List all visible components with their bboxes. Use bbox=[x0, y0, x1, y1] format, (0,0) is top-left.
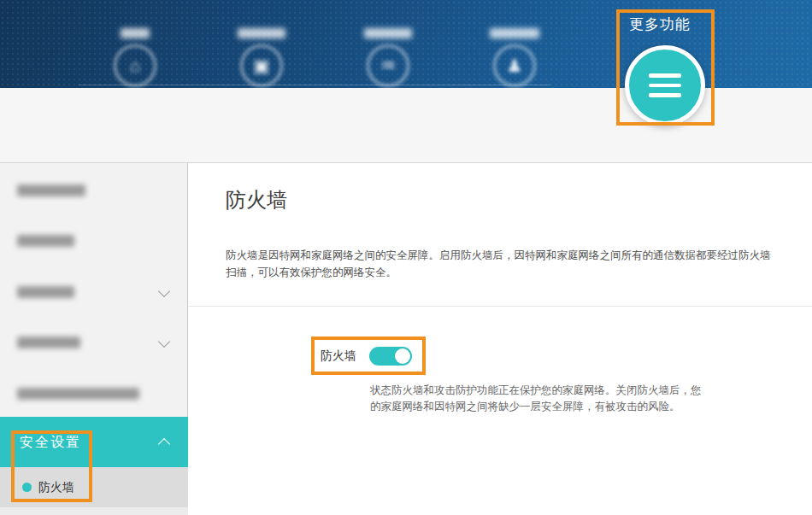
network-user-icon: ♟ bbox=[493, 44, 536, 87]
sidebar-item-security-settings[interactable]: 安全设置 bbox=[0, 417, 188, 467]
hamburger-icon bbox=[649, 73, 681, 78]
bullet-dot-icon bbox=[22, 483, 32, 492]
sidebar-item-firewall[interactable]: 防火墙 bbox=[0, 467, 188, 507]
nav-item-wifi[interactable]: ♒ bbox=[337, 28, 439, 87]
nav-label-redacted bbox=[490, 28, 539, 38]
page-description: 防火墙是因特网和家庭网络之间的安全屏障。启用防火墙后，因特网和家庭网络之间所有的… bbox=[226, 247, 780, 281]
content-area: 安全设置 防火墙 防火墙 防火墙是因特网和家庭网络之间的安全屏障。启用防火墙后，… bbox=[0, 162, 812, 515]
toggle-knob bbox=[395, 348, 410, 364]
router-icon: ▣ bbox=[240, 44, 283, 87]
more-features-label: 更多功能 bbox=[629, 15, 691, 34]
nav-label-redacted bbox=[238, 28, 285, 38]
sidebar-subitem-label: 防火墙 bbox=[38, 467, 74, 507]
sidebar-item-redacted-2[interactable] bbox=[0, 229, 188, 253]
page-title: 防火墙 bbox=[226, 186, 287, 214]
nav-item-home[interactable]: ⌂ bbox=[84, 28, 186, 87]
chevron-down-icon bbox=[158, 285, 170, 297]
sidebar-item-redacted-5[interactable] bbox=[0, 382, 188, 406]
nav-item-network[interactable]: ♟ bbox=[463, 28, 566, 87]
more-features-button[interactable] bbox=[625, 45, 705, 126]
chevron-down-icon bbox=[158, 336, 170, 348]
router-admin-page: ⌂ ▣ ♒ ♟ 更多功能 bbox=[0, 0, 812, 515]
nav-label-redacted bbox=[121, 28, 150, 38]
sidebar: 安全设置 防火墙 bbox=[0, 163, 188, 515]
nav-label-redacted bbox=[364, 28, 412, 38]
main-panel: 防火墙 防火墙是因特网和家庭网络之间的安全屏障。启用防火墙后，因特网和家庭网络之… bbox=[189, 163, 812, 515]
nav-item-router[interactable]: ▣ bbox=[210, 28, 313, 87]
section-divider bbox=[189, 306, 812, 307]
firewall-toggle-switch[interactable] bbox=[369, 347, 412, 366]
chevron-up-icon bbox=[158, 438, 170, 450]
firewall-toggle-label: 防火墙 bbox=[321, 337, 356, 375]
sidebar-item-redacted-3[interactable] bbox=[0, 280, 188, 304]
home-icon: ⌂ bbox=[114, 44, 156, 87]
firewall-toggle-help-text: 状态防火墙和攻击防护功能正在保护您的家庭网络。关闭防火墙后，您的家庭网络和因特网… bbox=[370, 383, 707, 415]
sidebar-item-redacted-4[interactable] bbox=[0, 331, 188, 354]
sidebar-item-label: 安全设置 bbox=[20, 435, 81, 449]
wifi-icon: ♒ bbox=[367, 44, 409, 87]
sidebar-footer-strip bbox=[0, 507, 188, 515]
sidebar-item-redacted-1[interactable] bbox=[0, 178, 188, 202]
